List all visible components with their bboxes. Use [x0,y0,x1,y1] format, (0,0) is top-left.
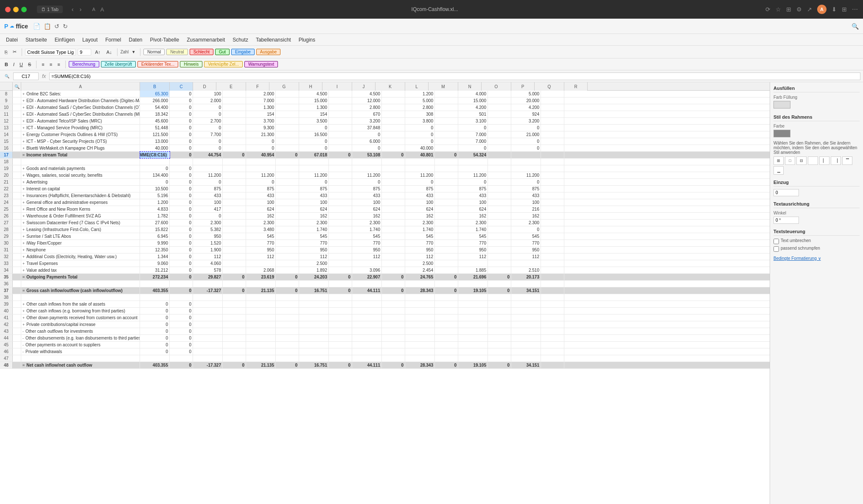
cell-label[interactable]: = Income stream Total [21,152,140,158]
cell-p[interactable] [488,260,511,267]
cell-i[interactable]: 0 [299,125,329,131]
cell-o[interactable] [458,159,488,165]
cell-m[interactable]: 28.343 [405,287,435,294]
cell-r[interactable] [541,233,564,239]
cell-f[interactable] [223,165,246,172]
cell-e[interactable]: 0 [193,138,223,145]
cell-h[interactable] [276,253,299,260]
cell-c[interactable]: 0 [140,315,170,321]
cell-o[interactable] [458,342,488,348]
cell-o[interactable]: 112 [458,253,488,260]
menu-layout[interactable]: Layout [79,36,101,44]
cell-f[interactable] [223,145,246,151]
cell-f[interactable] [223,159,246,165]
align-center-btn[interactable]: ≡ [48,61,54,68]
table-row[interactable]: 10 + EDI - Automated SaaS / CyberSec Dis… [0,104,770,111]
cell-m[interactable] [405,301,435,307]
table-row[interactable]: 42 + Private contributions/capital incre… [0,321,770,328]
cell-d[interactable]: 0 [170,97,193,104]
cell-k[interactable]: 6.000 [352,138,382,145]
cell-c[interactable]: 134.400 [140,172,170,178]
cell-d[interactable]: 0 [170,213,193,219]
cell-d[interactable]: 0 [170,240,193,246]
cell-m[interactable]: 40.000 [405,145,435,151]
cell-m[interactable]: 624 [405,206,435,212]
cell-k[interactable] [352,328,382,334]
border-outer-btn[interactable]: □ [785,156,795,165]
cell-l[interactable] [382,308,405,314]
cell-label[interactable]: + Value added tax [21,267,140,273]
cell-e[interactable]: -17.327 [193,362,223,368]
cell-n[interactable] [435,308,458,314]
cell-l[interactable] [382,118,405,124]
cell-m[interactable]: 100 [405,199,435,206]
cell-e[interactable]: 29.827 [193,274,223,280]
cell-h[interactable] [276,355,299,362]
cell-p[interactable] [488,199,511,206]
cell-q[interactable] [511,342,541,348]
cell-l[interactable] [382,111,405,117]
cell-l[interactable]: 0 [382,287,405,294]
cell-c[interactable] [140,294,170,301]
style-erklaerend[interactable]: Erklärender Tex... [137,61,178,67]
cell-j[interactable] [329,192,352,199]
table-row[interactable]: 32 + Additinal Costs (Electricity, Heati… [0,253,770,260]
table-row[interactable]: 9 + EDI - Automated Hardware Distributio… [0,97,770,104]
cell-h[interactable] [276,233,299,239]
cell-h[interactable] [276,220,299,226]
cell-o[interactable]: 15.000 [458,97,488,104]
cell-c[interactable]: 31.212 [140,267,170,273]
table-row[interactable]: 20 + Wages, salaries, social security, b… [0,172,770,179]
cell-c[interactable]: 403.355 [140,287,170,294]
cell-q[interactable] [511,308,541,314]
cell-k[interactable] [352,321,382,328]
cell-m[interactable] [405,294,435,301]
cell-d[interactable]: 0 [170,335,193,341]
cell-label[interactable]: + Additinal Costs (Electricity, Heating,… [21,253,140,260]
cell-g[interactable]: 3.480 [246,226,276,233]
titlebar-tab[interactable]: 🗒 1 Tab [37,6,63,13]
cell-l[interactable] [382,145,405,151]
cell-n[interactable] [435,118,458,124]
cell-f[interactable] [223,355,246,362]
cell-q[interactable]: 545 [511,233,541,239]
cell-k[interactable]: 0 [352,145,382,151]
cell-q[interactable] [511,301,541,307]
border-inner-btn[interactable]: ⊟ [796,156,807,165]
cell-q[interactable] [511,260,541,267]
cell-l[interactable] [382,226,405,233]
cell-c[interactable]: 10.500 [140,186,170,192]
cell-j[interactable] [329,118,352,124]
cell-h[interactable] [276,308,299,314]
cell-g[interactable] [246,165,276,172]
cell-o[interactable]: 19.105 [458,287,488,294]
cell-o[interactable] [458,301,488,307]
cell-d[interactable]: 0 [170,301,193,307]
cell-d[interactable]: 0 [170,328,193,334]
cell-k[interactable]: 670 [352,111,382,117]
cell-r[interactable] [541,192,564,199]
cell-p[interactable] [488,186,511,192]
cell-c[interactable] [140,281,170,287]
cell-label[interactable]: + Leasing (Infrastructure First-Colo, Ca… [21,226,140,233]
cell-label[interactable]: + ICT - MSP - Cyber Security Projects (O… [21,138,140,145]
cell-d[interactable]: 0 [170,308,193,314]
cell-k[interactable]: 3.096 [352,267,382,273]
cell-j[interactable] [329,342,352,348]
cell-o[interactable]: 7.000 [458,131,488,138]
cell-o[interactable] [458,355,488,362]
cell-k[interactable] [352,348,382,355]
cell-o[interactable] [458,308,488,314]
cell-r[interactable] [541,240,564,246]
cell-n[interactable] [435,294,458,301]
cell-l[interactable] [382,172,405,178]
cell-p[interactable] [488,335,511,341]
cell-n[interactable] [435,281,458,287]
cell-f[interactable] [223,138,246,145]
style-berechnung[interactable]: Berechnung [69,61,99,67]
cell-j[interactable] [329,145,352,151]
fill-color-box[interactable] [773,101,790,109]
cell-o[interactable]: 162 [458,213,488,219]
cell-k[interactable]: 11.200 [352,172,382,178]
cell-o[interactable]: 4.000 [458,91,488,97]
